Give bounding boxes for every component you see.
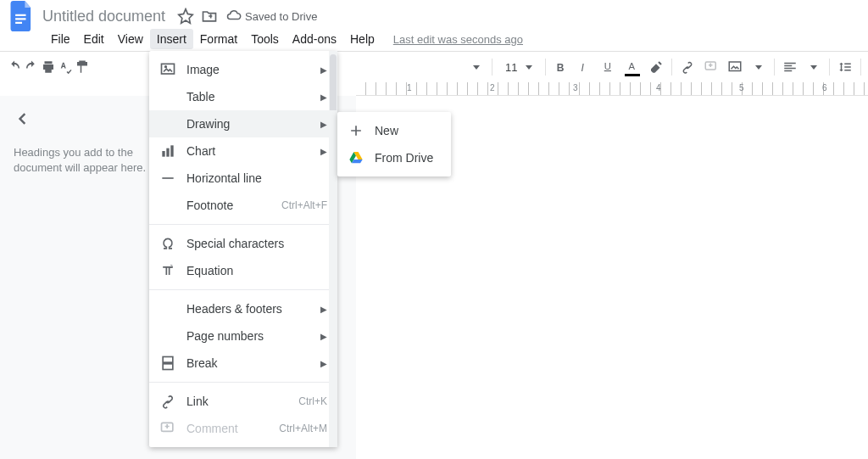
menu-item-horizontal-line[interactable]: Horizontal line bbox=[149, 165, 337, 192]
svg-text:U: U bbox=[604, 61, 611, 71]
menu-label: Link bbox=[186, 395, 288, 408]
image-icon bbox=[159, 61, 176, 78]
cloud-icon bbox=[226, 9, 242, 24]
svg-text:A: A bbox=[629, 61, 636, 71]
drive-icon bbox=[348, 149, 364, 166]
insert-image-button[interactable] bbox=[723, 55, 747, 79]
menu-label: Horizontal line bbox=[186, 171, 327, 185]
menu-label: Footnote bbox=[186, 199, 271, 212]
ruler-tick: 3 bbox=[573, 83, 578, 92]
saved-label: Saved to Drive bbox=[245, 10, 317, 23]
menu-label: Chart bbox=[186, 144, 310, 158]
submenu-arrow-icon: ▶ bbox=[320, 92, 327, 102]
undo-button[interactable] bbox=[7, 55, 22, 79]
menu-help[interactable]: Help bbox=[343, 29, 381, 49]
image-dropdown-caret[interactable] bbox=[747, 55, 771, 79]
saved-to-drive[interactable]: Saved to Drive bbox=[226, 9, 317, 24]
menu-item-chart[interactable]: Chart ▶ bbox=[149, 137, 337, 165]
italic-button[interactable]: I bbox=[573, 55, 597, 79]
docs-logo[interactable] bbox=[7, 0, 37, 35]
svg-text:B: B bbox=[557, 62, 565, 74]
pi-icon: 2 bbox=[159, 262, 176, 279]
submenu-arrow-icon: ▶ bbox=[320, 332, 327, 341]
ruler-tick: 5 bbox=[739, 83, 744, 92]
move-icon[interactable] bbox=[201, 8, 218, 25]
ruler-tick: 4 bbox=[656, 83, 661, 92]
paint-format-button[interactable] bbox=[75, 55, 90, 79]
menu-view[interactable]: View bbox=[111, 29, 150, 49]
caret-down-icon bbox=[526, 65, 532, 70]
svg-rect-0 bbox=[15, 14, 25, 16]
insert-comment-button[interactable] bbox=[699, 55, 723, 79]
document-title[interactable]: Untitled document bbox=[42, 8, 165, 25]
print-button[interactable] bbox=[41, 55, 56, 79]
blank-icon bbox=[159, 197, 176, 214]
toolbar: 11 B I U A bbox=[0, 52, 868, 82]
svg-rect-2 bbox=[15, 22, 22, 24]
menu-shortcut: Ctrl+Alt+M bbox=[279, 423, 327, 434]
menu-label: Drawing bbox=[186, 117, 310, 131]
submenu-arrow-icon: ▶ bbox=[320, 147, 327, 156]
font-dropdown-caret[interactable] bbox=[465, 55, 488, 79]
insert-link-button[interactable] bbox=[676, 55, 699, 79]
link-icon bbox=[159, 393, 176, 410]
svg-rect-1 bbox=[15, 18, 25, 20]
font-size-value: 11 bbox=[505, 61, 517, 74]
svg-rect-12 bbox=[162, 64, 175, 74]
submenu-item-from-drive[interactable]: From Drive bbox=[337, 144, 451, 171]
svg-text:I: I bbox=[581, 62, 585, 74]
last-edit-link[interactable]: Last edit was seconds ago bbox=[393, 33, 523, 46]
ruler[interactable]: 1 2 3 4 5 6 bbox=[356, 82, 868, 96]
menu-tools[interactable]: Tools bbox=[244, 29, 286, 49]
align-dropdown-caret[interactable] bbox=[802, 55, 826, 79]
font-size-selector[interactable]: 11 bbox=[501, 59, 537, 76]
menu-item-table[interactable]: Table ▶ bbox=[149, 83, 337, 110]
svg-rect-20 bbox=[163, 364, 173, 370]
menu-item-link[interactable]: Link Ctrl+K bbox=[149, 388, 337, 415]
spellcheck-button[interactable] bbox=[58, 55, 73, 79]
blank-icon bbox=[159, 327, 176, 344]
menu-format[interactable]: Format bbox=[193, 29, 244, 49]
numbered-list-button[interactable] bbox=[865, 55, 868, 79]
highlight-button[interactable] bbox=[644, 55, 668, 79]
redo-button[interactable] bbox=[24, 55, 39, 79]
menu-item-drawing[interactable]: Drawing ▶ bbox=[149, 110, 337, 137]
omega-icon bbox=[159, 235, 176, 252]
align-button[interactable] bbox=[778, 55, 802, 79]
menu-item-page-numbers[interactable]: Page numbers ▶ bbox=[149, 322, 337, 350]
menu-addons[interactable]: Add-ons bbox=[286, 29, 343, 49]
submenu-item-new[interactable]: New bbox=[337, 117, 451, 144]
menu-insert[interactable]: Insert bbox=[150, 29, 193, 49]
svg-rect-8 bbox=[730, 62, 742, 71]
menu-label: Page numbers bbox=[186, 329, 310, 343]
menu-label: Comment bbox=[186, 422, 269, 435]
menu-item-special-characters[interactable]: Special characters bbox=[149, 230, 337, 257]
blank-icon bbox=[159, 300, 176, 317]
blank-icon bbox=[159, 115, 176, 132]
text-color-button[interactable]: A bbox=[620, 55, 644, 79]
menu-item-break[interactable]: Break ▶ bbox=[149, 350, 337, 377]
outline-back-button[interactable] bbox=[14, 109, 32, 128]
menu-file[interactable]: File bbox=[44, 29, 77, 49]
outline-panel: Headings you add to the document will ap… bbox=[0, 96, 170, 459]
menu-label: Table bbox=[186, 90, 310, 104]
svg-text:2: 2 bbox=[170, 264, 173, 269]
menu-label: From Drive bbox=[375, 151, 441, 165]
bold-button[interactable]: B bbox=[549, 55, 573, 79]
ruler-tick: 1 bbox=[407, 83, 412, 92]
submenu-arrow-icon: ▶ bbox=[320, 120, 327, 129]
menu-item-footnote[interactable]: Footnote Ctrl+Alt+F bbox=[149, 192, 337, 219]
plus-icon bbox=[348, 122, 364, 139]
star-icon[interactable] bbox=[177, 8, 194, 25]
menu-label: Special characters bbox=[186, 237, 327, 250]
menubar: File Edit View Insert Format Tools Add-o… bbox=[0, 27, 868, 51]
menu-item-equation[interactable]: 2 Equation bbox=[149, 257, 337, 284]
line-spacing-button[interactable] bbox=[833, 55, 857, 79]
menu-item-headers-footers[interactable]: Headers & footers ▶ bbox=[149, 295, 337, 322]
svg-rect-14 bbox=[162, 151, 164, 157]
underline-button[interactable]: U bbox=[597, 55, 620, 79]
svg-rect-15 bbox=[166, 148, 169, 157]
menu-shortcut: Ctrl+Alt+F bbox=[281, 199, 327, 211]
menu-edit[interactable]: Edit bbox=[77, 29, 111, 49]
menu-item-image[interactable]: Image ▶ bbox=[149, 56, 337, 83]
